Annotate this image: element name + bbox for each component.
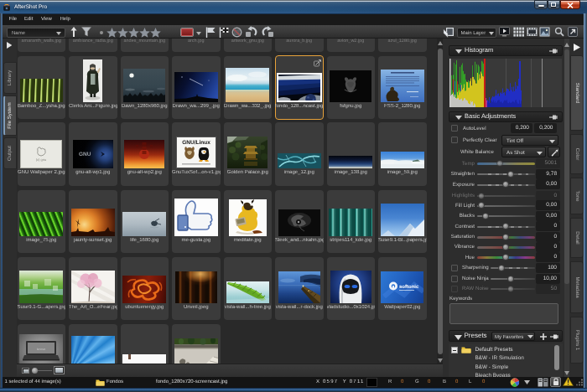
svg-text:softonic: softonic <box>399 284 419 290</box>
svg-text:(c) gnu: (c) gnu <box>36 157 46 162</box>
svg-text:GNU/Linux: GNU/Linux <box>182 140 210 146</box>
svg-text:GNU: GNU <box>79 152 91 157</box>
svg-text:lenovo: lenovo <box>37 348 45 351</box>
